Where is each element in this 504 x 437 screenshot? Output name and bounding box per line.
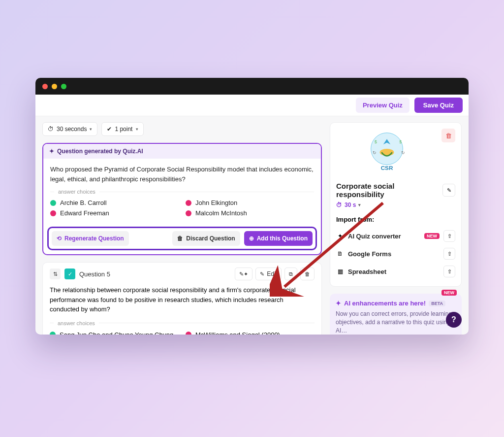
check-circle-icon: ✔: [107, 126, 112, 133]
sparkle-icon: ✦: [49, 148, 54, 155]
discard-question-button[interactable]: 🗑 Discard Question: [172, 231, 240, 246]
window-close-icon[interactable]: [42, 84, 48, 89]
ai-card-header-text: Question generated by Quiz.AI: [57, 148, 143, 155]
delete-thumbnail-button[interactable]: 🗑: [441, 129, 455, 142]
question-type-icon: ✓: [64, 269, 75, 279]
answer-choices-label: answer choices: [54, 189, 99, 195]
svg-text:$: $: [399, 139, 402, 144]
plus-circle-icon: ⊕: [249, 235, 254, 242]
trash-icon: 🗑: [305, 271, 310, 277]
delete-button[interactable]: 🗑: [300, 268, 315, 280]
sparkle-icon: ✦: [336, 300, 341, 307]
regenerate-question-button[interactable]: ⟲ Regenerate Question: [52, 231, 129, 246]
chevron-down-icon: ▾: [136, 127, 138, 132]
wrong-dot-icon: [186, 210, 191, 216]
answer-choice: Malcolm McIntosh: [186, 209, 314, 217]
ai-question-card: ✦ Question generated by Quiz.AI Who prop…: [42, 143, 322, 255]
question-card-header: ⇅ ✓ Question 5 ✎✦ ✎Edit ⧉ 🗑: [50, 268, 315, 280]
upload-icon: ⇧: [447, 269, 452, 275]
correct-dot-icon: [50, 332, 56, 335]
import-ai-quiz-converter[interactable]: ✦ AI Quiz converter NEW ⇧: [336, 227, 455, 245]
question-card-5: ⇅ ✓ Question 5 ✎✦ ✎Edit ⧉ 🗑 The relation…: [42, 262, 322, 335]
window-maximize-icon[interactable]: [61, 84, 66, 89]
pencil-icon: ✎: [260, 271, 264, 277]
window-minimize-icon[interactable]: [52, 84, 57, 89]
content-area: ⏱30 seconds ▾ ✔1 point ▾ ✦ Question gene…: [35, 116, 469, 335]
add-question-button[interactable]: ⊕ Add this Question: [244, 231, 313, 246]
grid-icon: ▦: [336, 268, 344, 275]
chevron-down-icon: ▾: [358, 202, 361, 207]
reorder-icon[interactable]: ⇅: [50, 269, 61, 279]
answer-choice: Edward Freeman: [50, 209, 179, 217]
chevron-down-icon: ▾: [90, 127, 92, 132]
answer-choice: Archie B. Carroll: [50, 199, 179, 206]
save-quiz-button[interactable]: Save Quiz: [414, 98, 463, 113]
ai-actions-bar: ⟲ Regenerate Question 🗑 Discard Question…: [47, 227, 317, 250]
ai-choice-grid: Archie B. Carroll John Elkington Edward …: [50, 199, 314, 217]
quiz-sidebar-card: CSR $ $ ↻ ↻ 🗑 Corporate social re: [330, 122, 462, 287]
new-badge: NEW: [424, 233, 440, 239]
upload-button[interactable]: ⇧: [443, 248, 455, 260]
beta-badge: BETA: [429, 301, 445, 306]
quiz-title: Corporate social responsibility: [336, 182, 439, 199]
help-button[interactable]: ?: [446, 312, 462, 328]
wand-icon: ✎✦: [239, 271, 248, 277]
copy-icon: ⧉: [289, 271, 293, 277]
import-from-label: Import from:: [336, 216, 455, 223]
points-select[interactable]: ✔1 point ▾: [101, 122, 144, 136]
upload-icon: ⇧: [447, 233, 452, 239]
stopwatch-icon: ⏱: [48, 126, 54, 133]
svg-text:CSR: CSR: [381, 165, 393, 171]
sparkle-icon: ✦: [336, 233, 344, 239]
question-settings-row: ⏱30 seconds ▾ ✔1 point ▾: [42, 122, 322, 136]
file-icon: 🗎: [336, 250, 344, 257]
edit-title-button[interactable]: ✎: [442, 184, 455, 197]
duplicate-button[interactable]: ⧉: [284, 268, 297, 280]
trash-icon: 🗑: [445, 132, 452, 139]
upload-icon: ⇧: [447, 251, 452, 257]
correct-dot-icon: [50, 200, 56, 206]
stopwatch-icon: ⏱: [336, 202, 342, 208]
magic-wand-button[interactable]: ✎✦: [235, 268, 252, 280]
question-tools: ✎✦ ✎Edit ⧉ 🗑: [235, 268, 315, 280]
import-google-forms[interactable]: 🗎 Google Forms ⇧: [336, 245, 455, 263]
enhance-title: AI enhancements are here!: [344, 300, 426, 307]
answer-choice: Sang Jun Cho and Chune Young Chung: [50, 331, 179, 335]
answer-choice: McWilliams and Siegel (2000): [186, 331, 315, 335]
ai-enhancements-card: NEW ✦ AI enhancements are here! BETA Now…: [330, 294, 462, 335]
left-column: ⏱30 seconds ▾ ✔1 point ▾ ✦ Question gene…: [42, 122, 322, 335]
points-select-label: 1 point: [115, 126, 132, 133]
right-column: CSR $ $ ↻ ↻ 🗑 Corporate social re: [330, 122, 462, 335]
question-mark-icon: ?: [451, 315, 456, 324]
default-time-chip[interactable]: ⏱ 30 s ▾: [336, 202, 361, 208]
pencil-icon: ✎: [447, 187, 451, 194]
time-select[interactable]: ⏱30 seconds ▾: [42, 122, 97, 136]
answer-choice: John Elkington: [186, 199, 314, 206]
ai-card-header: ✦ Question generated by Quiz.AI: [43, 144, 321, 159]
wrong-dot-icon: [186, 200, 191, 206]
question-card-title: Question 5: [79, 270, 110, 278]
window-titlebar: [35, 78, 469, 95]
quiz-thumbnail: CSR $ $ ↻ ↻: [362, 129, 411, 178]
answer-choices-label: answer choices: [54, 320, 99, 326]
edit-button[interactable]: ✎Edit: [255, 268, 282, 280]
preview-quiz-button[interactable]: Preview Quiz: [356, 98, 410, 113]
ai-card-body: Who proposed the Pyramid of Corporate So…: [43, 159, 321, 223]
refresh-icon: ⟲: [57, 235, 62, 242]
svg-text:$: $: [375, 139, 377, 144]
new-badge: NEW: [441, 290, 457, 296]
ai-question-text: Who proposed the Pyramid of Corporate So…: [50, 165, 314, 184]
browser-window: Preview Quiz Save Quiz ⏱30 seconds ▾ ✔1 …: [35, 78, 469, 335]
upload-button[interactable]: ⇧: [443, 266, 455, 277]
question-text: The relationship between corporate socia…: [50, 285, 315, 314]
import-spreadsheet[interactable]: ▦ Spreadsheet ⇧: [336, 263, 455, 280]
time-select-label: 30 seconds: [57, 126, 87, 133]
trash-icon: 🗑: [177, 235, 183, 242]
svg-text:↻: ↻: [401, 150, 405, 155]
upload-button[interactable]: ⇧: [443, 230, 455, 242]
enhance-body-text: Now you can correct errors, provide lear…: [336, 310, 456, 335]
question5-choice-grid: Sang Jun Cho and Chune Young Chung McWil…: [50, 331, 315, 335]
top-bar: Preview Quiz Save Quiz: [35, 95, 469, 116]
wrong-dot-icon: [186, 332, 191, 335]
svg-text:↻: ↻: [373, 150, 377, 155]
